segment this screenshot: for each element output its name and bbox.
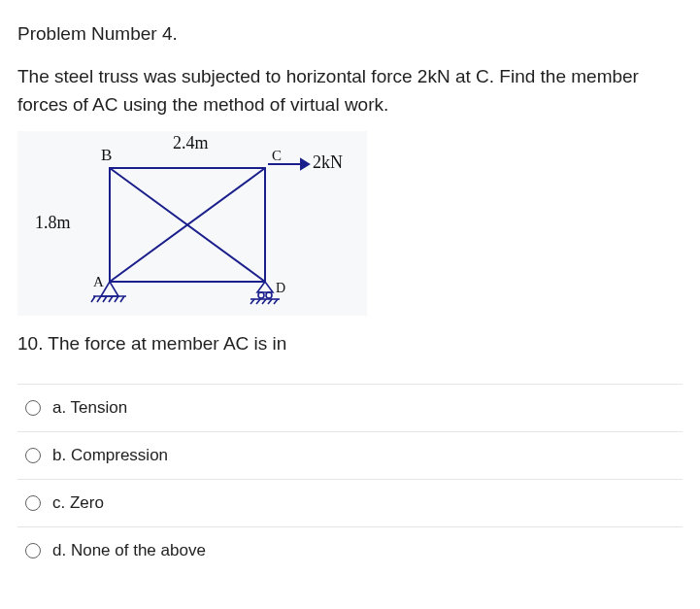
force-label: 2kN [313,152,343,172]
question-text: 10. The force at member AC is in [17,333,683,355]
option-label: d. None of the above [52,541,206,560]
height-label: 1.8m [35,213,71,232]
width-label: 2.4m [173,133,209,152]
node-c-label: C [272,148,282,163]
option-b[interactable]: b. Compression [17,432,683,480]
node-a-label: A [93,274,104,289]
radio-icon [25,495,41,511]
radio-icon [25,448,41,463]
radio-icon [25,543,41,558]
problem-number: Problem Number 4. [17,23,683,45]
truss-figure: B C A D 2.4m 1.8m 2kN [17,131,367,316]
options-list: a. Tension b. Compression c. Zero d. Non… [17,384,683,574]
node-b-label: B [101,146,112,164]
option-c[interactable]: c. Zero [17,480,683,527]
page-content: Problem Number 4. The steel truss was su… [0,0,700,584]
option-d[interactable]: d. None of the above [17,527,683,574]
option-label: b. Compression [52,446,168,465]
problem-text: The steel truss was subjected to horizon… [17,62,683,119]
node-d-label: D [276,281,285,295]
option-a[interactable]: a. Tension [17,385,683,432]
option-label: a. Tension [52,398,127,418]
radio-icon [25,400,41,416]
option-label: c. Zero [52,493,104,513]
